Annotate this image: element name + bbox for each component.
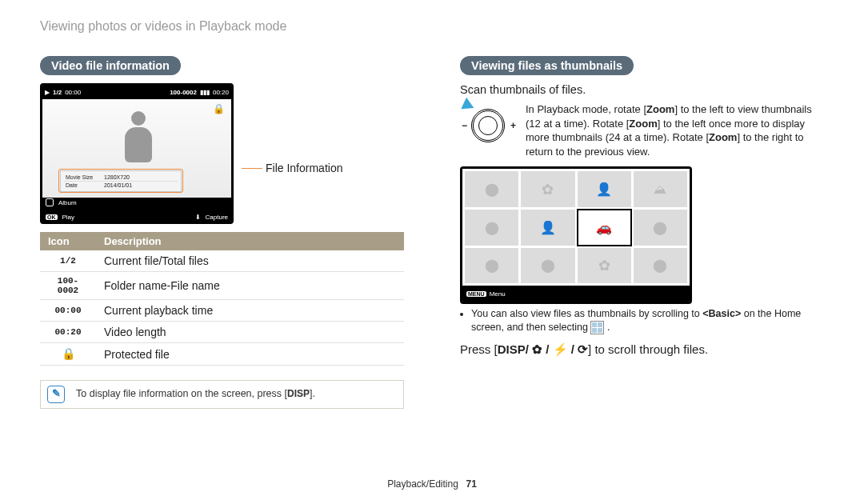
menu-key-chip: MENU — [466, 291, 486, 297]
file-info-popup: Movie Size1280X720 Date2014/01/01 — [60, 170, 182, 192]
note-icon: ✎ — [47, 386, 65, 403]
lock-icon: 🔒 — [213, 103, 225, 114]
ok-key-chip: OK — [46, 214, 58, 220]
camera-screen-video-info: ▶ 1/2 00:00 100-0002 ▮▮▮ 00:20 🔒 — [40, 83, 234, 224]
breadcrumb: Viewing photos or videos in Playback mod… — [40, 19, 824, 34]
file-information-callout-label: File Information — [266, 162, 342, 174]
col-description-header: Description — [96, 232, 404, 250]
thumbnail-bullets: You can also view files as thumbnails by… — [460, 307, 824, 334]
video-preview-silhouette — [114, 111, 162, 169]
table-row: 🔒Protected file — [40, 343, 404, 366]
table-row: 1/2Current file/Total files — [40, 250, 404, 272]
callout-line — [242, 168, 262, 169]
nav-keys: DISP/ ✿ / ⚡ / ⟳ — [498, 342, 588, 356]
folder-file-name: 100-0002 — [170, 89, 197, 96]
page-footer: Playback/Editing 71 — [0, 478, 864, 490]
battery-icon: ▮▮▮ — [200, 89, 210, 96]
selected-thumbnail: 🚗 — [578, 210, 631, 246]
video-duration: 00:20 — [213, 89, 229, 96]
playback-time: 00:00 — [65, 89, 81, 96]
icon-description-table: Icon Description 1/2Current file/Total f… — [40, 232, 404, 366]
zoom-dial-icon: − + — [460, 102, 516, 147]
album-label: Album — [58, 199, 77, 206]
section-heading-thumbnails: Viewing files as thumbnails — [460, 56, 634, 75]
press-scroll-instruction: Press [DISP/ ✿ / ⚡ / ⟳] to scroll throug… — [460, 342, 824, 357]
col-icon-header: Icon — [40, 232, 96, 250]
camera-bottom-bar: Album OK Play ⬇ Capture — [42, 198, 231, 222]
thumbnail-app-icon — [590, 321, 604, 334]
section-heading-video-file-info: Video file information — [40, 56, 181, 75]
table-row: 100-0002Folder name-File name — [40, 272, 404, 300]
note-box: ✎ To display file information on the scr… — [40, 380, 404, 409]
zoom-instruction-text: In Playback mode, rotate [Zoom] to the l… — [526, 102, 824, 158]
camera-screen-thumbnail-view: ⬤ ✿ 👤 ⛰ ⬤ 👤 🚗 ⬤ ⬤ ⬤ ✿ ⬤ MENU Menu — [460, 166, 692, 304]
table-row: 00:20Video length — [40, 322, 404, 343]
play-icon: ▶ — [45, 89, 50, 96]
scan-thumbnails-text: Scan thumbnails of files. — [460, 83, 824, 96]
table-row: 00:00Current playback time — [40, 300, 404, 322]
disp-key: DISP — [287, 388, 310, 399]
play-label: Play — [62, 214, 75, 221]
file-counter: 1/2 — [53, 89, 62, 96]
menu-label: Menu — [490, 290, 506, 298]
capture-label: Capture — [206, 214, 228, 221]
